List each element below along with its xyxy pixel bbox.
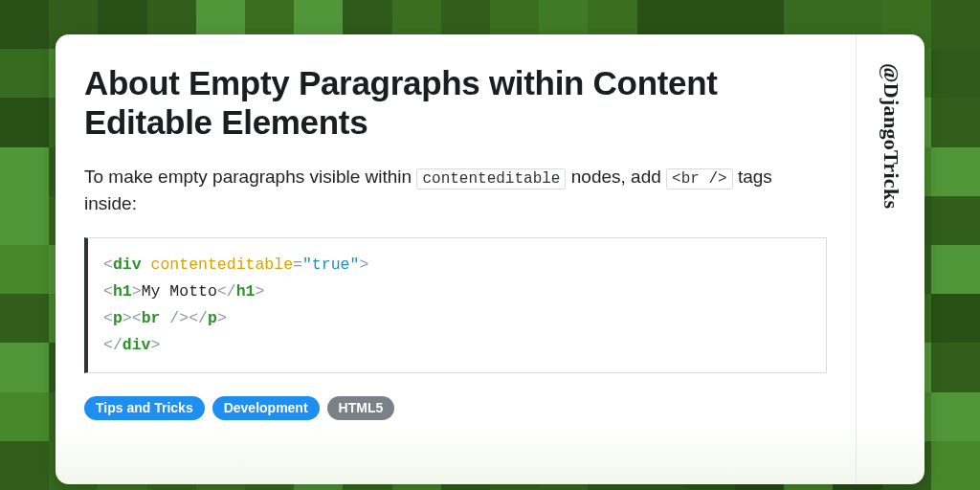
author-handle: @DjangoTricks: [879, 63, 903, 209]
main-column: About Empty Paragraphs within Content Ed…: [56, 34, 856, 484]
inline-code-contenteditable: contenteditable: [416, 168, 566, 189]
desc-text: nodes, add: [571, 167, 666, 187]
code-block: <div contenteditable="true"> <h1>My Mott…: [84, 237, 827, 373]
content-card: About Empty Paragraphs within Content Ed…: [56, 34, 924, 484]
desc-text: To make empty paragraphs visible within: [84, 167, 416, 187]
inline-code-br: <br />: [666, 168, 733, 189]
page-title: About Empty Paragraphs within Content Ed…: [84, 63, 827, 143]
tag-row: Tips and Tricks Development HTML5: [84, 396, 827, 420]
tag-pill[interactable]: Tips and Tricks: [84, 396, 205, 420]
tag-pill[interactable]: HTML5: [327, 396, 395, 420]
description: To make empty paragraphs visible within …: [84, 164, 827, 218]
tag-pill[interactable]: Development: [212, 396, 320, 420]
side-column: @DjangoTricks: [856, 34, 924, 484]
